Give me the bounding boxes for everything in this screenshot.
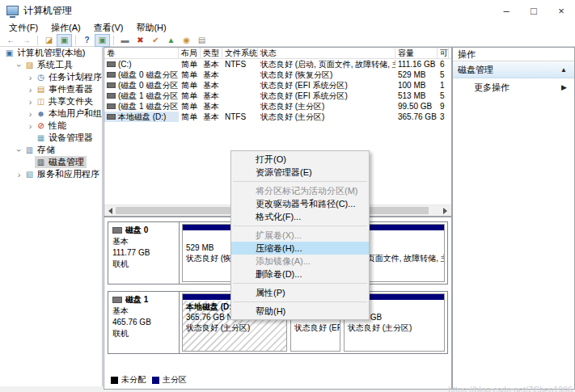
expander-icon[interactable]: › bbox=[15, 61, 24, 70]
disk-name: 磁盘 0 bbox=[112, 225, 175, 236]
volume-label: (C:) bbox=[118, 59, 132, 70]
menubar-item[interactable]: 操作(A) bbox=[44, 21, 87, 34]
table-cell: 5 bbox=[438, 91, 449, 101]
console-window-icon[interactable]: ▣ bbox=[57, 35, 71, 46]
computer-icon: ▣ bbox=[4, 48, 15, 57]
table-cell: NTFS bbox=[222, 112, 258, 122]
context-menu-item[interactable]: 资源管理器(E) bbox=[231, 166, 369, 179]
users-icon: ☻ bbox=[36, 109, 46, 118]
column-header[interactable]: 状态 bbox=[258, 48, 395, 58]
collapse-icon[interactable]: ▲ bbox=[560, 66, 567, 74]
column-header-label: 容量 bbox=[398, 48, 414, 57]
table-cell: 简单 bbox=[179, 80, 201, 91]
context-menu-item[interactable]: 打开(O) bbox=[231, 153, 369, 166]
context-menu-item[interactable]: 删除卷(D)... bbox=[231, 268, 369, 280]
find-icon-glyph: ◉ bbox=[183, 36, 190, 44]
tree-item[interactable]: ›☻本地用户和组 bbox=[0, 107, 102, 120]
menubar-item[interactable]: 文件(F) bbox=[2, 21, 44, 34]
expander-icon[interactable]: › bbox=[26, 97, 35, 107]
expander-icon[interactable]: › bbox=[26, 109, 35, 119]
expander-icon[interactable]: › bbox=[26, 73, 35, 82]
context-menu-item[interactable]: 帮助(H) bbox=[231, 305, 369, 318]
computer-management-icon bbox=[6, 6, 19, 15]
scroll-right-button[interactable] bbox=[440, 205, 451, 216]
column-header[interactable]: 类型 bbox=[201, 48, 222, 58]
disk-name: 磁盘 1 bbox=[112, 294, 175, 306]
column-header[interactable]: 可用空间 bbox=[438, 48, 449, 58]
legend-label: 主分区 bbox=[163, 374, 187, 386]
tree-item[interactable]: ›▤事件查看器 bbox=[0, 83, 102, 95]
refresh-icon[interactable]: ▲ bbox=[164, 35, 178, 46]
menubar-item[interactable]: 查看(V) bbox=[87, 21, 130, 34]
column-header[interactable]: 容量 bbox=[395, 48, 438, 58]
table-row[interactable]: (磁盘 1 磁盘分区 2)简单基本状态良好 (EFI 系统分区)513 MB5 bbox=[104, 91, 451, 101]
partition-line: 状态良好 (主分区) bbox=[348, 322, 441, 333]
context-menu-item[interactable]: 属性(P) bbox=[231, 286, 369, 299]
disk-label[interactable]: 磁盘 1基本465.76 GB联机 bbox=[108, 292, 180, 353]
volume-label: (磁盘 1 磁盘分区 3) bbox=[118, 101, 179, 112]
forward-icon[interactable]: → bbox=[19, 35, 33, 46]
context-menu-item[interactable]: 扩展卷(X)... bbox=[231, 229, 369, 242]
show-console-tree-icon[interactable]: ◪ bbox=[42, 35, 56, 46]
tree-item-label: 存储 bbox=[37, 144, 55, 156]
column-header[interactable]: 卷 bbox=[104, 48, 179, 58]
column-header[interactable]: 文件系统 bbox=[222, 48, 258, 58]
context-menu-item[interactable]: 格式化(F)... bbox=[231, 210, 369, 223]
tree-item[interactable]: ›◷任务计划程序 bbox=[0, 71, 102, 83]
actions-group-label: 磁盘管理 bbox=[458, 64, 493, 76]
context-menu-item[interactable]: 更改驱动器号和路径(C)... bbox=[231, 197, 369, 210]
help-icon[interactable]: ? bbox=[80, 35, 94, 46]
tree-item-label: 磁盘管理 bbox=[49, 156, 84, 168]
toolbar: ←→◪▣?▣▬✖✔▲◉▤ bbox=[0, 34, 575, 47]
tree-item[interactable]: ›▧服务和应用程序 bbox=[0, 168, 102, 180]
expander-icon[interactable]: › bbox=[15, 170, 23, 179]
context-menu-item[interactable]: 将分区标记为活动分区(M) bbox=[231, 184, 369, 197]
expander-icon[interactable]: › bbox=[26, 121, 35, 131]
up-level-icon[interactable]: ▬ bbox=[118, 35, 132, 46]
table-cell bbox=[222, 101, 258, 112]
scroll-left-icon bbox=[105, 208, 112, 214]
table-row[interactable]: (磁盘 0 磁盘分区 1)简单基本状态良好 (恢复分区)529 MB5 bbox=[104, 70, 451, 80]
tree-item[interactable]: ›⊘性能 bbox=[0, 120, 102, 132]
disk-label[interactable]: 磁盘 0基本111.77 GB联机 bbox=[108, 222, 180, 284]
minimize-button[interactable]: – bbox=[493, 0, 520, 21]
find-icon[interactable]: ◉ bbox=[180, 35, 193, 46]
delete-icon[interactable]: ✖ bbox=[133, 35, 147, 46]
tree-item[interactable]: ›▨系统工具 bbox=[0, 59, 102, 71]
tree-item[interactable]: ▦设备管理器 bbox=[0, 132, 102, 144]
tree-item[interactable]: ▣计算机管理(本地) bbox=[0, 47, 102, 59]
maximize-button[interactable]: □ bbox=[520, 0, 548, 21]
refresh-icon-glyph: ▲ bbox=[167, 36, 175, 44]
menubar-item[interactable]: 帮助(H) bbox=[129, 21, 172, 34]
scroll-left-button[interactable] bbox=[104, 205, 116, 216]
tree-item[interactable]: ▥磁盘管理 bbox=[0, 156, 102, 168]
context-menu-item[interactable]: 压缩卷(H)... bbox=[231, 242, 369, 255]
more-actions-item[interactable]: 更多操作 ▶ bbox=[453, 78, 574, 96]
back-icon[interactable]: ← bbox=[4, 35, 18, 46]
table-cell: 状态良好 (主分区) bbox=[258, 112, 395, 122]
details-pane-icon[interactable]: ▤ bbox=[195, 35, 209, 46]
properties-icon[interactable]: ✔ bbox=[149, 35, 163, 46]
tree-item-body: ◷任务计划程序 bbox=[35, 71, 103, 83]
table-cell: 基本 bbox=[201, 70, 222, 80]
expander-icon[interactable]: › bbox=[15, 145, 24, 154]
column-header[interactable]: 布局 bbox=[179, 48, 201, 58]
table-row[interactable]: 本地磁盘 (D:)简单基本NTFS状态良好 (主分区)365.76 GB3 bbox=[104, 112, 451, 122]
expander-icon[interactable]: › bbox=[26, 85, 35, 95]
table-row[interactable]: (磁盘 1 磁盘分区 3)简单基本状态良好 (主分区)99.50 GB9 bbox=[104, 101, 451, 112]
context-menu-item[interactable]: 添加镜像(A)... bbox=[231, 255, 369, 268]
close-button[interactable]: × bbox=[548, 0, 575, 21]
table-cell: 简单 bbox=[179, 101, 201, 112]
table-cell: 状态良好 (主分区) bbox=[258, 101, 395, 112]
submenu-arrow-icon: ▶ bbox=[561, 83, 567, 91]
tree-item[interactable]: ›◫共享文件夹 bbox=[0, 95, 102, 107]
table-row[interactable]: (磁盘 0 磁盘分区 2)简单基本状态良好 (EFI 系统分区)100 MB1 bbox=[104, 80, 451, 91]
volume-label: 本地磁盘 (D:) bbox=[118, 112, 166, 122]
tree-item-label: 性能 bbox=[49, 120, 66, 132]
table-cell bbox=[222, 70, 258, 80]
table-row[interactable]: (C:)简单基本NTFS状态良好 (启动, 页面文件, 故障转储, 主分区)11… bbox=[104, 59, 451, 70]
volume-icon bbox=[107, 93, 116, 99]
actions-group-disk-management[interactable]: 磁盘管理 ▲ bbox=[453, 61, 574, 78]
show-action-pane-icon[interactable]: ▣ bbox=[95, 35, 109, 46]
tree-item[interactable]: ›▥存储 bbox=[0, 144, 102, 156]
